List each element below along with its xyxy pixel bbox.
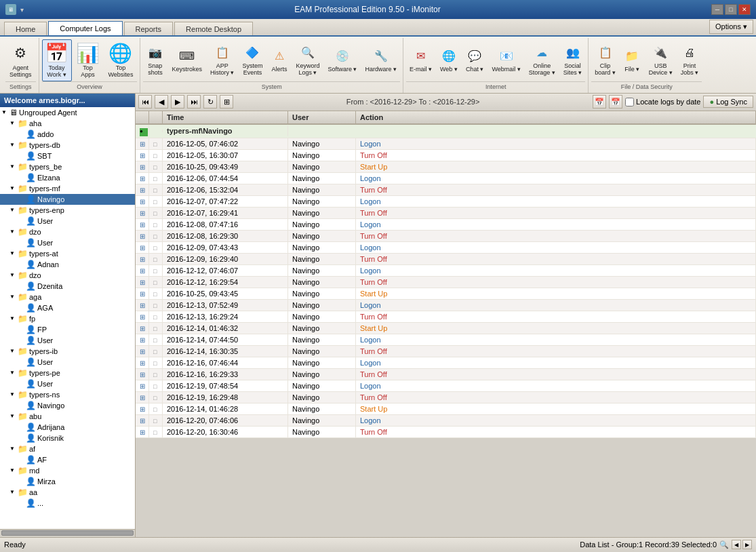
tree-item[interactable]: 👤User [0,357,135,368]
tree-item[interactable]: 👤Mirza [0,476,135,487]
tree-item[interactable]: 👤Adnan [0,259,135,270]
tree-item[interactable]: ▼📁typers_be [0,161,135,172]
tab-computer-logs[interactable]: Computer Logs [48,21,122,35]
nav-to-start-button[interactable]: ⏮ [138,95,152,109]
top-apps-button[interactable]: 📊 TopApps [73,39,103,81]
app-history-button[interactable]: 📋 APPHistory ▾ [207,43,238,78]
tree-toggle[interactable]: ▼ [8,391,16,399]
tree-toggle[interactable]: ▼ [8,271,16,279]
tree-item[interactable]: 👤AGA [0,302,135,313]
tree-toggle[interactable]: ▼ [8,163,16,171]
table-row[interactable]: ⊞ □ 2016-12-19, 07:48:54 Navingo Logon [136,380,756,392]
tree-container[interactable]: ▼🖥Ungrouped Agent▼📁aha👤addo▼📁typers-db👤S… [0,107,135,529]
table-row[interactable]: ⊞ □ 2016-12-19, 16:29:48 Navingo Turn Of… [136,392,756,403]
clipboard-button[interactable]: 📋 Clipboard ▾ [591,43,619,78]
tree-item[interactable]: ▼📁typers-ib [0,346,135,357]
top-websites-button[interactable]: 🌐 TopWebsites [104,39,138,81]
locate-logs-checkbox-container[interactable]: Locate logs by date [625,98,700,106]
file-button[interactable]: 📁 File ▾ [620,46,644,75]
tree-toggle[interactable]: ▼ [8,467,16,475]
close-button[interactable]: ✕ [738,4,751,15]
table-row[interactable]: ⊞ □ 2016-12-13, 07:52:49 Navingo Logon [136,300,756,311]
grid-col-user[interactable]: User [288,111,356,123]
tree-item[interactable]: ▼📁typers-db [0,140,135,151]
tab-reports[interactable]: Reports [124,22,174,35]
tree-item[interactable]: 👤Navingo [0,400,135,411]
webmail-button[interactable]: 📧 Webmail ▾ [488,46,523,75]
tree-item[interactable]: ▼📁dzo [0,226,135,237]
tree-item[interactable]: 👤User [0,378,135,389]
grid-col-time[interactable]: Time [163,111,288,123]
tree-item[interactable]: ▼📁md [0,465,135,476]
tree-item[interactable]: 👤Dzenita [0,281,135,292]
tree-item[interactable]: ▼📁typers-at [0,248,135,259]
grid-body[interactable]: ● typers-mf\Navingo ⊞ □ 2016-12-05, 07:4… [136,125,756,537]
tree-item[interactable]: ▼📁fp [0,313,135,324]
status-nav-right[interactable]: ▶ [742,540,752,549]
tree-toggle[interactable]: ▼ [8,293,16,301]
tree-item[interactable]: 👤User [0,335,135,346]
table-row[interactable]: ⊞ □ 2016-12-14, 01:46:28 Navingo Start U… [136,403,756,415]
usb-device-button[interactable]: 🔌 USBDevice ▾ [645,43,676,78]
tree-toggle[interactable]: ▼ [8,206,16,214]
tree-toggle[interactable]: ▼ [8,412,16,420]
table-row[interactable]: ⊞ □ 2016-12-08, 07:47:16 Navingo Logon [136,219,756,231]
table-row[interactable]: ⊞ □ 2016-12-16, 07:46:44 Navingo Logon [136,357,756,369]
tree-toggle[interactable]: ▼ [8,445,16,453]
tree-toggle[interactable]: ▼ [8,488,16,496]
table-row[interactable]: ⊞ □ 2016-12-14, 16:30:35 Navingo Turn Of… [136,346,756,357]
status-nav-left[interactable]: ◀ [732,540,741,549]
tree-item[interactable]: 👤... [0,498,135,509]
email-button[interactable]: ✉ E-mail ▾ [406,46,435,75]
keyword-logs-button[interactable]: 🔍 KeywordLogs ▾ [292,43,323,78]
tree-item[interactable]: 👤Elzana [0,172,135,183]
table-row[interactable]: ⊞ □ 2016-12-09, 16:29:40 Navingo Turn Of… [136,254,756,265]
nav-to-end-button[interactable]: ⏭ [187,95,201,109]
table-row[interactable]: ⊞ □ 2016-12-05, 16:30:07 Navingo Turn Of… [136,150,756,161]
tab-home[interactable]: Home [4,22,47,35]
tree-item[interactable]: 👤User [0,216,135,226]
table-row[interactable]: ⊞ □ 2016-12-14, 01:46:32 Navingo Start U… [136,323,756,334]
table-row[interactable]: ⊞ □ 2016-12-06, 07:44:54 Navingo Logon [136,173,756,184]
locate-logs-checkbox[interactable] [625,98,634,106]
tree-item[interactable]: ▼📁af [0,443,135,454]
tree-item[interactable]: 👤AF [0,454,135,465]
tree-item[interactable]: ▼📁aha [0,118,135,129]
options-button[interactable]: Options ▾ [709,20,753,34]
tab-remote-desktop[interactable]: Remote Desktop [174,22,253,35]
tree-item[interactable]: ▼📁typers-pe [0,368,135,378]
table-row[interactable]: ⊞ □ 2016-12-20, 16:30:46 Navingo Turn Of… [136,427,756,438]
software-button[interactable]: 💿 Software ▾ [324,46,360,75]
tree-item[interactable]: ▼📁typers-ns [0,389,135,400]
table-row[interactable]: ⊞ □ 2016-12-08, 16:29:30 Navingo Turn Of… [136,231,756,242]
table-row[interactable]: ⊞ □ 2016-12-12, 16:29:54 Navingo Turn Of… [136,277,756,288]
tree-toggle[interactable]: ▼ [8,228,16,236]
tree-toggle[interactable]: ▼ [8,250,16,258]
tree-item[interactable]: ▼📁dzo [0,270,135,281]
calendar-to-button[interactable]: 📅 [609,95,622,109]
tree-item[interactable]: ▼📁abu [0,411,135,422]
tree-item[interactable]: 👤Adrijana [0,422,135,433]
refresh-button[interactable]: ↻ [203,95,217,109]
nav-next-button[interactable]: ▶ [171,95,184,109]
log-sync-button[interactable]: ● Log Sync [703,96,753,108]
social-sites-button[interactable]: 👥 SocialSites ▾ [560,43,586,78]
tree-hscroll[interactable] [0,529,135,537]
table-row[interactable]: ⊞ □ 2016-12-05, 07:46:02 Navingo Logon [136,138,756,150]
tree-item[interactable]: 👤SBT [0,151,135,161]
tree-item[interactable]: 👤addo [0,129,135,140]
tree-item[interactable]: 👤FP [0,324,135,335]
maximize-button[interactable]: □ [725,4,737,15]
calendar-from-button[interactable]: 📅 [593,95,606,109]
tree-toggle[interactable]: ▼ [8,141,16,149]
table-row[interactable]: ⊞ □ 2016-12-20, 07:46:06 Navingo Logon [136,415,756,427]
tree-toggle[interactable]: ▼ [8,315,16,323]
tree-item[interactable]: 👤Korisnik [0,433,135,443]
tree-item[interactable]: 👤Navingo [0,194,135,205]
keystrokes-button[interactable]: ⌨ Keystrokes [168,46,205,75]
table-row[interactable]: ⊞ □ 2016-12-12, 07:46:07 Navingo Logon [136,265,756,277]
print-jobs-button[interactable]: 🖨 PrintJobs ▾ [677,43,702,78]
table-row[interactable]: ⊞ □ 2016-10-25, 09:43:45 Navingo Start U… [136,288,756,300]
tree-item[interactable]: ▼📁typers-mf [0,183,135,194]
tree-item[interactable]: ▼📁aga [0,292,135,302]
